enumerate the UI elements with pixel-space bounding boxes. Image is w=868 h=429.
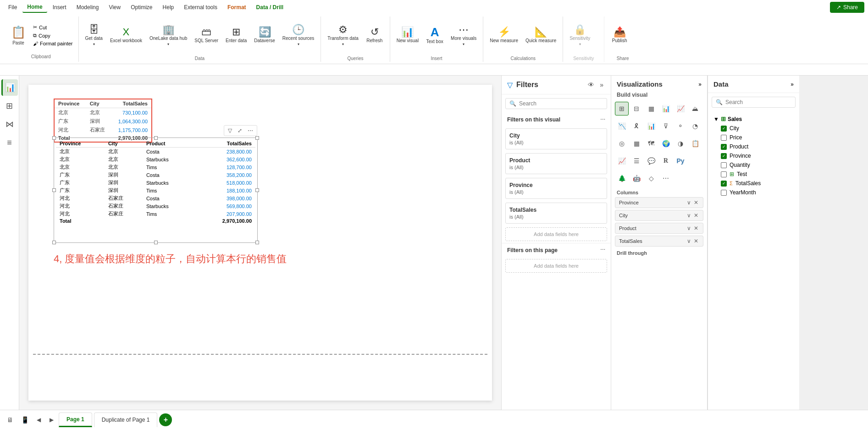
viz-py-btn[interactable]: Py — [674, 154, 687, 168]
menu-data-drill[interactable]: Data / Drill — [252, 2, 288, 12]
viz-table-btn[interactable]: ⊞ — [615, 102, 629, 116]
data-search-input[interactable] — [725, 99, 794, 105]
checkbox-totalsales[interactable]: ✓ — [721, 181, 727, 187]
resize-tm[interactable] — [154, 136, 158, 140]
page-tab-1[interactable]: Page 1 — [59, 412, 92, 427]
data-expand-btn[interactable]: » — [791, 81, 794, 88]
filter-card-city[interactable]: City is (All) — [505, 128, 607, 149]
refresh-button[interactable]: ↺ Refresh — [363, 25, 386, 45]
col-expand-btn[interactable]: ∨ — [686, 212, 692, 219]
col-remove-btn[interactable]: ✕ — [693, 212, 699, 219]
resize-bl[interactable] — [52, 241, 56, 244]
viz-bar-btn[interactable]: ▦ — [644, 102, 658, 116]
resize-ml[interactable] — [52, 188, 56, 192]
col-expand-btn[interactable]: ∨ — [686, 199, 692, 206]
checkbox-city[interactable]: ✓ — [721, 126, 727, 132]
menu-home[interactable]: Home — [22, 2, 47, 13]
get-data-button[interactable]: 🗄 Get data ▾ — [83, 23, 105, 48]
checkbox-province[interactable]: ✓ — [721, 153, 727, 159]
viz-scatter-btn[interactable]: ⚬ — [674, 119, 687, 133]
resize-mr[interactable] — [255, 188, 259, 192]
filter-card-product[interactable]: Product is (All) — [505, 153, 607, 174]
recent-sources-button[interactable]: 🕒 Recent sources ▾ — [280, 23, 317, 48]
canvas-area[interactable]: Province City TotalSales 北京北京730,100.00 … — [19, 76, 501, 410]
page-tab-duplicate[interactable]: Duplicate of Page 1 — [94, 412, 158, 427]
viz-waterfall-btn[interactable]: 📊 — [644, 119, 658, 133]
sidebar-model-btn[interactable]: ⋈ — [1, 116, 18, 132]
resize-bm[interactable] — [154, 241, 158, 244]
data-item-product[interactable]: ✓ Product — [712, 142, 796, 151]
sales-group-header[interactable]: ▼ ⊞ Sales — [712, 114, 796, 124]
column-field-product[interactable]: Product ∨ ✕ — [615, 223, 703, 234]
desktop-view-btn[interactable]: 🖥 — [4, 413, 17, 426]
more-visuals-button[interactable]: ⋯ More visuals ▾ — [448, 23, 479, 48]
data-item-city[interactable]: ✓ City — [712, 124, 796, 133]
menu-modeling[interactable]: Modeling — [72, 2, 104, 12]
menu-insert[interactable]: Insert — [48, 2, 71, 12]
filter-eye-btn[interactable]: 👁 — [586, 80, 596, 89]
col-remove-btn[interactable]: ✕ — [693, 225, 699, 231]
copy-button[interactable]: ⧉ Copy — [31, 32, 75, 39]
share-button[interactable]: ↗ Share — [830, 2, 864, 13]
checkbox-price[interactable] — [721, 135, 727, 141]
viz-combo-btn[interactable]: 📉 — [615, 119, 629, 133]
menu-help[interactable]: Help — [158, 2, 179, 12]
new-measure-button[interactable]: ⚡ New measure — [487, 25, 521, 45]
viz-more-btn[interactable]: ⋯ — [659, 171, 673, 185]
data-item-quantity[interactable]: Quantity — [712, 160, 796, 170]
viz-ai-btn[interactable]: 🤖 — [630, 171, 643, 185]
paste-button[interactable]: 📋 Paste — [7, 18, 29, 52]
menu-format[interactable]: Format — [223, 2, 251, 12]
viz-area-btn[interactable]: ⛰ — [688, 102, 702, 116]
viz-matrix-btn[interactable]: ⊟ — [630, 102, 643, 116]
viz-donut-btn[interactable]: ◎ — [615, 137, 629, 150]
resize-tr[interactable] — [255, 136, 259, 140]
viz-expand-btn[interactable]: » — [698, 81, 702, 88]
column-field-city[interactable]: City ∨ ✕ — [615, 210, 703, 221]
filter-card-province[interactable]: Province is (All) — [505, 178, 607, 199]
viz-line-btn[interactable]: 📈 — [674, 102, 687, 116]
col-remove-btn[interactable]: ✕ — [693, 199, 699, 206]
viz-ribbon-btn[interactable]: 🎗 — [630, 119, 643, 133]
filter-page-more-btn[interactable]: ⋯ — [600, 247, 605, 253]
filter-expand-btn[interactable]: » — [598, 80, 605, 89]
resize-br[interactable] — [255, 241, 259, 244]
excel-workbook-button[interactable]: X Excel workbook — [107, 25, 145, 45]
sql-server-button[interactable]: 🗃 SQL Server — [192, 25, 221, 45]
more-visual-btn[interactable]: ⋯ — [246, 126, 255, 135]
transform-data-button[interactable]: ⚙ Transform data ▾ — [325, 23, 361, 48]
data-item-yearmonth[interactable]: YearMonth — [712, 188, 796, 197]
viz-treemap-btn[interactable]: ▦ — [630, 137, 643, 150]
viz-card-btn[interactable]: 📋 — [688, 137, 702, 150]
sidebar-dax-btn[interactable]: ≡ — [1, 134, 18, 151]
column-field-totalsales[interactable]: TotalSales ∨ ✕ — [615, 236, 703, 247]
checkbox-test[interactable] — [721, 171, 727, 177]
quick-measure-button[interactable]: 📐 Quick measure — [523, 25, 559, 45]
filter-visual-btn[interactable]: ▽ — [226, 126, 234, 135]
viz-decomp-btn[interactable]: 🌲 — [615, 171, 629, 185]
mobile-view-btn[interactable]: 📱 — [18, 413, 31, 426]
menu-file[interactable]: File — [4, 2, 22, 12]
checkbox-quantity[interactable] — [721, 162, 727, 168]
viz-qna-btn[interactable]: 💬 — [644, 154, 658, 168]
publish-button[interactable]: 📤 Publish — [608, 25, 631, 45]
filters-search-input[interactable] — [519, 100, 603, 107]
next-page-btn[interactable]: ▶ — [46, 414, 57, 425]
viz-funnel-btn[interactable]: ⊽ — [659, 119, 673, 133]
data-item-price[interactable]: Price — [712, 133, 796, 142]
viz-gauge-btn[interactable]: ◑ — [674, 137, 687, 150]
filter-more-btn[interactable]: ⋯ — [600, 117, 605, 123]
sidebar-report-btn[interactable]: 📊 — [1, 79, 18, 96]
resize-tl[interactable] — [52, 136, 56, 140]
visual-table-1[interactable]: Province City TotalSales 北京北京730,100.00 … — [54, 99, 152, 143]
menu-optimize[interactable]: Optimize — [126, 2, 157, 12]
add-page-btn[interactable]: + — [159, 413, 172, 426]
viz-pie-btn[interactable]: ◔ — [688, 119, 702, 133]
data-item-province[interactable]: ✓ Province — [712, 151, 796, 160]
menu-view[interactable]: View — [104, 2, 125, 12]
menu-external-tools[interactable]: External tools — [179, 2, 222, 12]
dataverse-button[interactable]: 🔄 Dataverse — [251, 25, 278, 45]
sidebar-table-btn[interactable]: ⊞ — [1, 98, 18, 114]
expand-visual-btn[interactable]: ⤢ — [236, 126, 244, 135]
enter-data-button[interactable]: ⊞ Enter data — [223, 25, 249, 45]
